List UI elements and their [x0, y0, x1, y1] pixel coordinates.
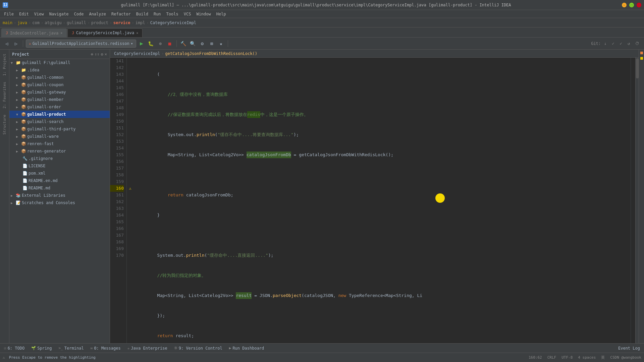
menu-build[interactable]: Build [133, 11, 151, 17]
status-indent[interactable]: 4 spaces [578, 355, 596, 360]
bc-com[interactable]: com [32, 20, 40, 25]
project-sync-btn[interactable]: ⊕ [91, 52, 93, 57]
code-lines[interactable]: ( //2、缓存中没有，查询数据库 //保证数据库查询完成以后，将数据放在red… [133, 58, 631, 343]
event-log-btn[interactable]: Event Log [615, 345, 643, 352]
gitignore-icon: 🔧 [22, 156, 28, 161]
status-position[interactable]: 160:62 [529, 355, 542, 360]
bc-impl[interactable]: impl [136, 20, 145, 25]
close-button[interactable]: × [637, 3, 641, 7]
tree-coupon[interactable]: ▶ 📦 gulimall-coupon [9, 81, 110, 88]
status-git-branch[interactable]: 英 [601, 355, 605, 360]
content-area: 1: Project 2: Favorites Structure Projec… [0, 50, 644, 343]
bc-product[interactable]: product [91, 20, 108, 25]
git-revert-btn[interactable]: ↺ [626, 41, 632, 47]
bookmark-btn[interactable]: ★ [217, 40, 225, 48]
build-btn[interactable]: 🔨 [179, 40, 187, 48]
debug-button[interactable]: 🐛 [147, 40, 155, 48]
bc-main[interactable]: main [3, 20, 12, 25]
menu-help[interactable]: Help [214, 11, 229, 17]
editor-breadcrumb: CategoryServiceImpl › getCatalogJsonFrom… [110, 50, 639, 58]
tree-pom[interactable]: ▶ 📄 pom.xml [9, 170, 110, 177]
todo-btn[interactable]: ☑ 6: TODO [1, 345, 27, 352]
tab-indexcontroller[interactable]: J IndexController.java × [1, 28, 67, 37]
bc-java[interactable]: java [17, 20, 27, 25]
vertical-scrollbar[interactable] [635, 58, 639, 343]
tree-readme[interactable]: ▶ 📄 README.md [9, 184, 110, 192]
version-control-btn[interactable]: ⑨ 9: Version Control [171, 345, 225, 352]
bc-atguigu[interactable]: atguigu [45, 20, 62, 25]
spring-btn[interactable]: 🌱 Spring [29, 345, 54, 352]
search-btn[interactable]: 🔍 [189, 40, 197, 48]
bc-class[interactable]: CategoryServiceImpl [150, 20, 196, 25]
tree-thirdparty[interactable]: ▶ 📦 gulimall-third-party [9, 125, 110, 133]
status-csdn[interactable]: CSDN @wangbook [610, 355, 641, 360]
git-commit-btn[interactable]: ✓ [610, 41, 616, 47]
git-push-btn[interactable]: ✓ [618, 41, 624, 47]
tree-gitignore[interactable]: ▶ 🔧 .gitignore [9, 155, 110, 162]
maximize-button[interactable]: □ [629, 3, 634, 7]
tree-root[interactable]: ▼ 📁 gulimall F:\gulimall [9, 59, 110, 66]
bc-gulimall[interactable]: gulimall [67, 20, 86, 25]
run-dashboard-btn[interactable]: ▶ Run Dashboard [226, 345, 267, 352]
menu-navigate[interactable]: Navigate [47, 11, 71, 17]
run-button[interactable]: ▶ [138, 40, 146, 48]
run-config-dropdown[interactable]: ☕ GulimallProductApplicationTests.rediss… [26, 40, 136, 48]
run-with-coverage-btn[interactable]: ⊕ [156, 40, 164, 48]
project-panel-tab[interactable]: 1: Project [1, 51, 8, 78]
structure-panel-tab[interactable]: Structure [1, 112, 8, 137]
status-crlf[interactable]: CRLF [547, 355, 556, 360]
code-line-141: ( [136, 71, 628, 78]
stop-button[interactable]: ■ [166, 40, 174, 48]
menu-view[interactable]: View [32, 11, 47, 17]
menubar: File Edit View Navigate Code Analyze Ref… [0, 10, 644, 18]
favorites-panel-tab[interactable]: 2: Favorites [1, 79, 8, 111]
menu-run[interactable]: Run [151, 11, 164, 17]
project-settings-btn[interactable]: ⚙ [101, 52, 103, 57]
menu-window[interactable]: Window [194, 11, 213, 17]
tree-license[interactable]: ▶ 📄 LICENSE [9, 162, 110, 170]
tree-order[interactable]: ▶ 📦 gulimall-order [9, 103, 110, 111]
menu-analyze[interactable]: Analyze [86, 11, 109, 17]
tree-ware[interactable]: ▶ 📦 gulimall-ware [9, 133, 110, 140]
settings-btn[interactable]: ⚙ [198, 40, 206, 48]
thirdparty-icon: 📦 [21, 127, 26, 131]
git-update-btn[interactable]: ↓ [602, 41, 608, 47]
status-charset[interactable]: UTF-8 [561, 355, 573, 360]
tree-idea[interactable]: ▶ 📁 .idea [9, 66, 110, 74]
tree-renrengenerator[interactable]: ▶ 📦 renren-generator [9, 147, 110, 155]
tree-gateway[interactable]: ▶ 📦 gulimall-gateway [9, 88, 110, 96]
tree-external-libs[interactable]: ▶ 📚 External Libraries [9, 192, 110, 199]
search-icon: 📦 [21, 119, 26, 124]
menu-file[interactable]: File [1, 11, 16, 17]
tree-search[interactable]: ▶ 📦 gulimall-search [9, 118, 110, 125]
expand-btn[interactable]: ⊞ [208, 40, 216, 48]
tree-product[interactable]: ▼ 📦 gulimall-product [9, 111, 110, 118]
tree-common[interactable]: ▶ 📦 gulimall-common [9, 74, 110, 81]
tab-close-icon[interactable]: × [60, 31, 62, 35]
menu-edit[interactable]: Edit [16, 11, 32, 17]
terminal-btn[interactable]: >_ Terminal [56, 345, 87, 352]
tree-renrenfast[interactable]: ▶ 📦 renren-fast [9, 140, 110, 147]
messages-btn[interactable]: ✉ 0: Messages [88, 345, 123, 352]
menu-tools[interactable]: Tools [164, 11, 181, 17]
code-editor-container: 141 142 143 144 145 146 147 148 149 150 … [110, 58, 639, 343]
toolbar-sep-3 [228, 40, 228, 47]
java-enterprise-btn[interactable]: ☕ Java Enterprise [125, 345, 170, 352]
toolbar-back-btn[interactable]: ◁ [3, 40, 11, 48]
tab-categoryserviceimpl[interactable]: J CategoryServiceImpl.java × [67, 28, 143, 37]
minimize-button[interactable]: − [622, 3, 627, 7]
bc-service[interactable]: service [113, 20, 130, 25]
tree-scratches[interactable]: ▶ 📝 Scratches and Consoles [9, 199, 110, 206]
toolbar-forward-btn[interactable]: ▷ [12, 40, 20, 48]
project-collapse-btn[interactable]: ↑↑ [95, 52, 99, 57]
git-history-btn[interactable]: ⏱ [633, 41, 641, 47]
menu-vcs[interactable]: VCS [181, 11, 194, 17]
menu-code[interactable]: Code [71, 11, 87, 17]
right-bottom-buttons: Event Log [615, 345, 643, 352]
tree-readme-en[interactable]: ▶ 📄 README.en.md [9, 177, 110, 184]
menu-refactor[interactable]: Refactor [109, 11, 133, 17]
tree-idea-label: .idea [27, 68, 39, 72]
tree-member[interactable]: ▶ 📦 gulimall-member [9, 96, 110, 103]
project-close-btn[interactable]: × [105, 52, 107, 57]
tab-active-close-icon[interactable]: × [136, 31, 138, 35]
